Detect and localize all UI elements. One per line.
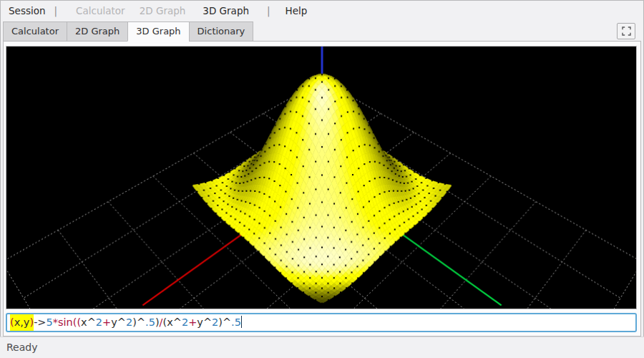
menu-item-3d-graph[interactable]: 3D Graph: [203, 0, 249, 21]
menu-separator: |: [54, 0, 58, 21]
content-panel: (x,y)->5*sin((x^2+y^2)^.5)/(x^2+y^2)^.5: [3, 41, 641, 337]
expression-token: 2: [182, 314, 188, 331]
expression-token: ^: [137, 314, 145, 331]
expression-token: x: [81, 314, 87, 331]
expression-token: ^: [173, 314, 182, 331]
tab-calculator[interactable]: Calculator: [3, 21, 67, 42]
menu-item-calculator: Calculator: [76, 0, 125, 21]
expression-token: 2: [212, 314, 218, 331]
tabbar: Calculator2D Graph3D GraphDictionary: [3, 21, 641, 42]
expression-token: 2: [96, 314, 102, 331]
expression-token: x: [167, 314, 173, 331]
tab-dictionary[interactable]: Dictionary: [189, 21, 254, 42]
fullscreen-icon: [622, 26, 631, 36]
statusbar: Ready: [0, 337, 644, 358]
expression-token: ->: [34, 314, 46, 331]
tab-2d-graph[interactable]: 2D Graph: [67, 21, 127, 42]
plot3d-view[interactable]: [6, 46, 637, 309]
expression-token: x,y: [14, 314, 30, 331]
expression-input[interactable]: (x,y)->5*sin((x^2+y^2)^.5)/(x^2+y^2)^.5: [6, 313, 637, 332]
expression-token: ^: [223, 314, 231, 331]
menu-item-session[interactable]: Session: [9, 0, 46, 21]
expression-token: y: [111, 314, 117, 331]
expression-token: *: [53, 314, 58, 331]
expression-token: .5: [145, 314, 155, 331]
expression-token: sin: [58, 314, 73, 331]
fullscreen-button[interactable]: [617, 23, 635, 39]
status-text: Ready: [0, 337, 644, 358]
expression-token: ^: [87, 314, 96, 331]
expression-token: 5: [47, 314, 53, 331]
menu-separator: |: [267, 0, 270, 21]
expression-token: ^: [203, 314, 212, 331]
menu-item-help[interactable]: Help: [286, 0, 308, 21]
expression-token: .5: [231, 314, 241, 331]
expression-token: y: [197, 314, 203, 331]
text-caret: [241, 316, 243, 328]
menubar: Session|Calculator2D Graph3D Graph|Help: [0, 0, 644, 21]
expression-token: ^: [117, 314, 126, 331]
tab-3d-graph[interactable]: 3D Graph: [127, 21, 188, 42]
expression-token: +: [188, 314, 197, 331]
menu-item-2d-graph: 2D Graph: [140, 0, 186, 21]
expression-token: ((: [73, 314, 81, 331]
expression-token: 2: [126, 314, 132, 331]
expression-token: +: [102, 314, 111, 331]
